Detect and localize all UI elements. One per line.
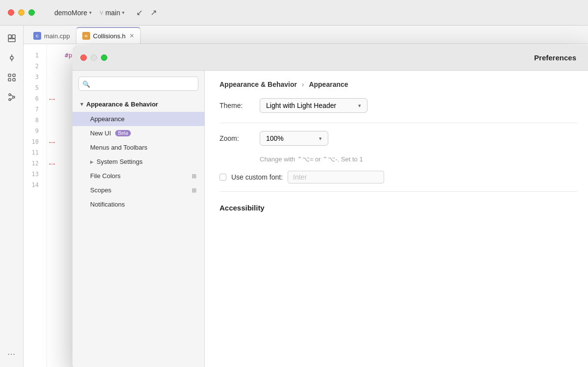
tab-close-icon[interactable]: ✕ xyxy=(129,32,134,39)
svg-line-14 xyxy=(11,98,13,100)
project-name[interactable]: demoMore ▾ xyxy=(54,9,92,17)
pref-close-button[interactable] xyxy=(80,54,87,61)
pref-maximize-button[interactable] xyxy=(101,54,107,61)
breadcrumb-current: Appearance xyxy=(309,80,348,88)
svg-rect-0 xyxy=(8,35,11,38)
git-arrow-right: → xyxy=(52,96,55,102)
h-file-icon: H xyxy=(82,32,90,40)
pref-sidebar: 🔍 ▾ Appearance & Behavior Appearance xyxy=(73,71,205,367)
divider-2 xyxy=(220,191,577,192)
sidebar-item-structure[interactable] xyxy=(3,69,21,86)
custom-font-checkbox[interactable] xyxy=(220,174,226,181)
svg-rect-9 xyxy=(13,79,15,81)
tab-main-cpp[interactable]: C main.cpp xyxy=(27,28,76,44)
editor-area: C main.cpp H Collisions.h ✕ 1 2 3 5 6 7 … xyxy=(24,26,588,367)
titlebar-actions: ↙ ↗ xyxy=(136,8,157,17)
pref-traffic-lights xyxy=(80,54,107,61)
svg-point-12 xyxy=(9,99,11,101)
theme-value: Light with Light Header xyxy=(266,102,336,109)
close-button[interactable] xyxy=(8,9,14,16)
theme-chevron-icon: ▾ xyxy=(358,103,361,109)
svg-rect-1 xyxy=(12,35,15,38)
git-arrow-right: → xyxy=(52,139,55,145)
line-numbers: 1 2 3 5 6 7 8 9 10 11 12 13 14 xyxy=(24,44,47,367)
pref-minimize-button[interactable] xyxy=(91,54,97,61)
custom-font-row: Use custom font: xyxy=(220,171,577,184)
zoom-hint: Change with ⌃⌥= or ⌃⌥-. Set to 1 xyxy=(260,156,577,163)
svg-point-10 xyxy=(9,94,11,96)
svg-rect-7 xyxy=(13,74,15,77)
svg-rect-6 xyxy=(8,74,11,77)
pref-nav-item-file-colors[interactable]: File Colors ▦ xyxy=(73,169,204,183)
font-input[interactable] xyxy=(288,171,384,184)
expand-icon[interactable]: ↗ xyxy=(150,8,157,17)
sidebar-item-vcs[interactable] xyxy=(3,88,21,106)
zoom-value: 100% xyxy=(266,134,284,142)
sidebar-item-files[interactable] xyxy=(3,29,21,47)
zoom-field: Zoom: 100% ▾ xyxy=(220,131,577,146)
project-chevron-icon: ▾ xyxy=(89,10,92,15)
titlebar: demoMore ▾ ⑂ main ▾ ↙ ↗ xyxy=(0,0,588,26)
section-label: Appearance & Behavior xyxy=(86,101,158,108)
git-annotations: ← → ← → ← → xyxy=(47,44,57,367)
section-collapse-icon: ▾ xyxy=(80,101,83,107)
sidebar-item-git[interactable] xyxy=(3,49,21,67)
pref-body: 🔍 ▾ Appearance & Behavior Appearance xyxy=(73,71,588,367)
breadcrumb: Appearance & Behavior › Appearance xyxy=(220,80,577,88)
cpp-file-icon: C xyxy=(33,32,41,40)
beta-badge: Beta xyxy=(115,130,131,136)
branch-name[interactable]: ⑂ main ▾ xyxy=(99,9,124,17)
preferences-dialog: Preferences 🔍 ▾ Appeara xyxy=(73,45,588,367)
main-layout: ··· C main.cpp H Collisions.h ✕ 1 2 3 5 … xyxy=(0,26,588,367)
pref-nav-item-system-settings[interactable]: ▶ System Settings xyxy=(73,155,204,169)
traffic-lights xyxy=(8,9,35,16)
svg-line-13 xyxy=(11,95,13,96)
zoom-select[interactable]: 100% ▾ xyxy=(260,131,328,146)
svg-point-11 xyxy=(13,96,15,98)
pref-nav-item-notifications[interactable]: Notifications xyxy=(73,197,204,211)
svg-rect-2 xyxy=(8,39,15,42)
sidebar-item-more[interactable]: ··· xyxy=(3,345,21,363)
expand-icon: ▶ xyxy=(90,159,94,164)
breadcrumb-separator: › xyxy=(302,80,304,88)
zoom-label: Zoom: xyxy=(220,134,254,142)
pref-nav-item-scopes[interactable]: Scopes ▦ xyxy=(73,183,204,197)
custom-font-label: Use custom font: xyxy=(231,173,283,181)
pref-search-input[interactable] xyxy=(78,77,198,91)
icon-sidebar: ··· xyxy=(0,26,24,367)
zoom-chevron-icon: ▾ xyxy=(319,135,322,142)
tab-bar: C main.cpp H Collisions.h ✕ xyxy=(24,26,588,44)
theme-select[interactable]: Light with Light Header ▾ xyxy=(260,98,368,113)
pref-title: Preferences xyxy=(112,53,584,62)
svg-rect-8 xyxy=(8,79,11,81)
maximize-button[interactable] xyxy=(28,9,35,16)
file-colors-icon: ▦ xyxy=(192,173,196,179)
breadcrumb-parent[interactable]: Appearance & Behavior xyxy=(220,80,297,88)
scopes-icon: ▦ xyxy=(192,187,196,193)
branch-chevron-icon: ▾ xyxy=(122,10,124,15)
pref-nav-item-appearance[interactable]: Appearance xyxy=(73,112,204,126)
divider xyxy=(220,123,577,123)
minimize-button[interactable] xyxy=(18,9,24,16)
pref-nav-item-menus-toolbars[interactable]: Menus and Toolbars xyxy=(73,140,204,155)
search-icon: 🔍 xyxy=(82,80,90,87)
pref-section-appearance-behavior[interactable]: ▾ Appearance & Behavior xyxy=(73,97,204,112)
pref-titlebar: Preferences xyxy=(73,45,588,71)
theme-label: Theme: xyxy=(220,102,254,109)
pref-nav: ▾ Appearance & Behavior Appearance New U… xyxy=(73,95,204,367)
tab-collisions-h[interactable]: H Collisions.h ✕ xyxy=(76,27,141,44)
collapse-icon[interactable]: ↙ xyxy=(136,8,143,17)
theme-field: Theme: Light with Light Header ▾ xyxy=(220,98,577,113)
pref-content: Appearance & Behavior › Appearance Theme… xyxy=(205,71,588,367)
svg-point-3 xyxy=(10,56,13,59)
git-arrow-right: → xyxy=(52,161,55,166)
pref-search-area: 🔍 xyxy=(73,71,204,95)
accessibility-section-title: Accessibility xyxy=(220,204,577,212)
branch-icon: ⑂ xyxy=(99,9,103,17)
pref-nav-item-new-ui[interactable]: New UI Beta xyxy=(73,126,204,140)
